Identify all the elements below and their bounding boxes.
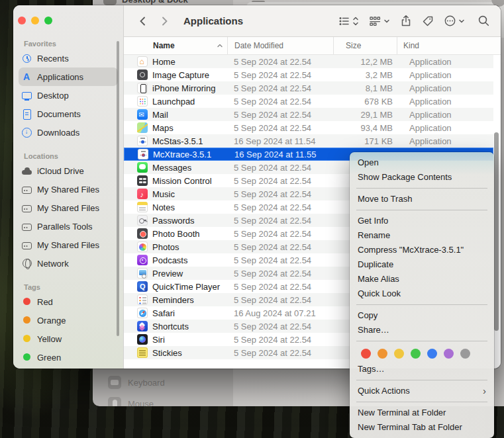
menu-item-get-info[interactable]: Get Info xyxy=(350,214,494,228)
sidebar-item-icon xyxy=(21,258,32,269)
sidebar-item[interactable]: My Shared Files xyxy=(19,198,118,217)
settings-item-desktop-dock[interactable]: Desktop & Dock xyxy=(122,0,188,5)
list-scrollbar-thumb[interactable] xyxy=(494,132,499,331)
sidebar-scrollbar-thumb[interactable] xyxy=(117,41,119,336)
view-mode-button[interactable] xyxy=(338,15,359,27)
column-header-size[interactable]: Size xyxy=(333,37,397,54)
tag-color-purple[interactable] xyxy=(444,349,454,359)
sidebar-item[interactable]: iCloud Drive xyxy=(19,161,118,180)
file-name-cell: Notes xyxy=(124,202,227,212)
menu-item-quick-look[interactable]: Quick Look xyxy=(350,286,494,301)
sidebar-item-label: Yellow xyxy=(37,334,62,344)
tag-color-red[interactable] xyxy=(361,349,371,359)
sidebar-item[interactable]: My Shared Files xyxy=(19,180,118,198)
sidebar-item-label: Parallels Tools xyxy=(37,222,93,232)
back-button[interactable] xyxy=(134,13,152,30)
menu-item-duplicate[interactable]: Duplicate xyxy=(350,257,494,272)
file-icon xyxy=(137,308,148,318)
close-button[interactable] xyxy=(18,17,26,24)
menu-item-tags[interactable]: Tags… xyxy=(350,362,494,376)
menu-item-label: Rename xyxy=(358,228,390,243)
table-row[interactable]: Image Capture 5 Sep 2024 at 22.54 3,2 MB… xyxy=(124,68,493,81)
sidebar-item-icon xyxy=(21,165,32,177)
forward-button[interactable] xyxy=(156,13,173,30)
sidebar-item[interactable]: Parallels Tools xyxy=(19,217,118,236)
sidebar-item[interactable]: Desktop xyxy=(19,86,118,105)
menu-item-quick-actions[interactable]: Quick Actions› xyxy=(350,384,494,398)
file-name-cell: Music xyxy=(124,189,227,199)
menu-item-new-terminal-tab-at-folder[interactable]: New Terminal Tab at Folder xyxy=(350,420,494,435)
file-size: 678 KB xyxy=(333,97,393,107)
sidebar-item-label: My Shared Files xyxy=(37,203,99,213)
sidebar-item-tag[interactable]: Orange xyxy=(19,311,118,329)
menu-item-share[interactable]: Share… xyxy=(350,323,494,337)
menu-item-make-alias[interactable]: Make Alias xyxy=(350,272,494,286)
column-header-kind[interactable]: Kind xyxy=(397,37,501,54)
minimize-button[interactable] xyxy=(31,17,39,24)
file-icon xyxy=(137,136,148,146)
file-date-modified: 5 Sep 2024 at 22.54 xyxy=(227,57,333,67)
file-name-cell: Podcasts xyxy=(124,255,227,265)
menu-item-show-package-contents[interactable]: Show Package Contents xyxy=(350,170,494,185)
table-row[interactable]: McStas-3.5.1 16 Sep 2024 at 11.54 171 KB… xyxy=(124,134,493,148)
file-size: 93,4 MB xyxy=(333,123,393,133)
file-date-modified: 5 Sep 2024 at 22.54 xyxy=(227,176,333,186)
table-row[interactable]: Launchpad 5 Sep 2024 at 22.54 678 KB App… xyxy=(124,95,493,108)
sidebar-item[interactable]: Documents xyxy=(19,105,118,123)
tags-button[interactable] xyxy=(422,15,434,27)
sidebar-item-icon xyxy=(21,184,32,195)
settings-item-mouse[interactable]: Mouse xyxy=(108,397,154,406)
sidebar-item-label: My Shared Files xyxy=(37,185,99,195)
menu-item-move-to-trash[interactable]: Move to Trash xyxy=(350,192,494,206)
sidebar-item-tag[interactable]: Red xyxy=(19,292,118,311)
menu-item-rename[interactable]: Rename xyxy=(350,228,494,243)
menu-item-compress-mcxtrace-3-5-1[interactable]: Compress "McXtrace-3.5.1" xyxy=(350,243,494,257)
search-button[interactable] xyxy=(478,15,490,27)
settings-item-keyboard[interactable]: Keyboard xyxy=(108,376,165,389)
file-name: Notes xyxy=(152,202,175,212)
sidebar-item[interactable]: My Shared Files xyxy=(19,236,118,254)
sidebar-item-label: Network xyxy=(37,259,69,269)
zoom-button[interactable] xyxy=(44,17,52,24)
tag-color-orange[interactable] xyxy=(378,349,387,359)
column-header-name[interactable]: Name xyxy=(124,37,227,54)
menu-item-open[interactable]: Open xyxy=(350,155,494,170)
table-row[interactable]: Home 5 Sep 2024 at 22.54 12,2 MB Applica… xyxy=(124,55,493,68)
file-kind: Application xyxy=(393,70,493,80)
column-header-date-modified[interactable]: Date Modified xyxy=(227,37,333,54)
file-name: Podcasts xyxy=(152,255,187,265)
sidebar-item-tag[interactable]: Green xyxy=(19,348,118,367)
sidebar-section-locations: Locations xyxy=(24,152,123,160)
group-by-button[interactable] xyxy=(369,15,390,27)
file-date-modified: 5 Sep 2024 at 22.54 xyxy=(227,163,333,173)
file-size: 8,1 MB xyxy=(333,83,393,93)
sidebar-item-icon xyxy=(21,221,32,232)
sidebar-item-tag[interactable]: Yellow xyxy=(19,329,118,348)
sidebar-item-icon xyxy=(21,53,32,64)
file-name-cell: Maps xyxy=(124,122,227,133)
tag-color-blue[interactable] xyxy=(427,349,437,359)
sidebar-item[interactable]: Recents xyxy=(19,49,118,67)
file-name: QuickTime Player xyxy=(152,282,220,292)
sidebar-item[interactable]: Applications xyxy=(19,67,118,86)
more-actions-button[interactable] xyxy=(444,15,465,27)
file-date-modified: 5 Sep 2024 at 22.54 xyxy=(227,83,333,93)
sidebar-item[interactable]: Downloads xyxy=(19,123,118,142)
menu-separator xyxy=(356,380,487,380)
tag-color-gray[interactable] xyxy=(460,349,470,359)
share-button[interactable] xyxy=(400,15,412,27)
file-name-cell: Shortcuts xyxy=(124,321,227,331)
sidebar-item[interactable]: Network xyxy=(19,254,118,273)
table-row[interactable]: Maps 5 Sep 2024 at 22.54 93,4 MB Applica… xyxy=(124,121,493,134)
share-icon xyxy=(400,15,412,27)
sidebar-item-label: iCloud Drive xyxy=(37,166,84,176)
tag-color-green[interactable] xyxy=(411,349,421,359)
menu-item-copy[interactable]: Copy xyxy=(350,308,494,323)
table-row[interactable]: iPhone Mirroring 5 Sep 2024 at 22.54 8,1… xyxy=(124,81,493,95)
favorites-list: Recents Applications Desktop Doc xyxy=(13,49,123,142)
column-label: Date Modified xyxy=(234,41,283,50)
file-date-modified: 5 Sep 2024 at 22.54 xyxy=(227,348,333,358)
table-row[interactable]: Mail 5 Sep 2024 at 22.54 29,1 MB Applica… xyxy=(124,108,493,121)
menu-item-new-terminal-at-folder[interactable]: New Terminal at Folder xyxy=(350,406,494,420)
tag-color-yellow[interactable] xyxy=(394,349,404,359)
